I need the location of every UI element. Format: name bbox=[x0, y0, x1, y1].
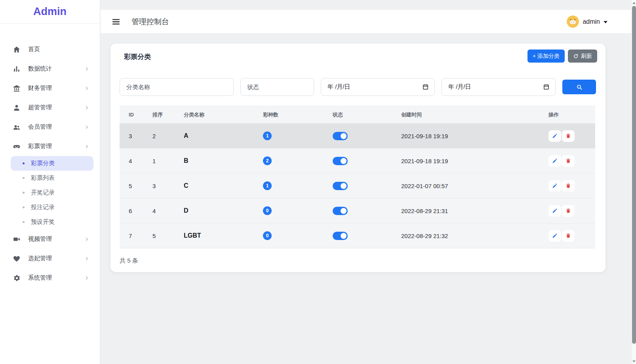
edit-button[interactable] bbox=[548, 155, 561, 167]
sidebar-subitem-3[interactable]: 开奖记录 bbox=[11, 185, 93, 200]
date-to-input[interactable]: 年 /月/日 bbox=[442, 78, 556, 96]
chevron-right-icon bbox=[84, 124, 89, 130]
vertical-scrollbar[interactable] bbox=[631, 0, 636, 364]
sidebar-subitem-2[interactable]: 彩票列表 bbox=[11, 171, 93, 185]
cell-created-at-value: 2021-09-18 19:19 bbox=[401, 133, 448, 139]
sidebar-item-4[interactable]: 超管管理 bbox=[0, 98, 100, 117]
sidebar-item-6[interactable]: 彩票管理 bbox=[0, 137, 100, 156]
status-toggle[interactable] bbox=[333, 207, 348, 215]
delete-button[interactable] bbox=[562, 155, 575, 167]
cell-created-at: 2021-09-18 19:19 bbox=[392, 158, 539, 164]
calendar-icon[interactable] bbox=[543, 84, 550, 90]
add-category-button[interactable]: + 添加分类 bbox=[527, 50, 565, 63]
sidebar-item-8[interactable]: 选妃管理 bbox=[0, 249, 100, 268]
status-input[interactable] bbox=[240, 78, 314, 96]
status-toggle[interactable] bbox=[333, 132, 348, 140]
cell-status bbox=[324, 182, 392, 190]
cell-created-at: 2021-09-18 19:19 bbox=[392, 133, 539, 139]
cell-name: A bbox=[175, 132, 254, 139]
column-header: 状态 bbox=[324, 111, 392, 118]
cell-id: 3 bbox=[120, 133, 143, 139]
cell-sort-value: 3 bbox=[152, 183, 156, 189]
cell-name: D bbox=[175, 207, 254, 214]
sidebar-item-9[interactable]: 系统管理 bbox=[0, 268, 100, 288]
sidebar-item-label: 超管管理 bbox=[28, 104, 52, 111]
cell-created-at-value: 2022-08-29 21:32 bbox=[401, 233, 448, 239]
delete-button[interactable] bbox=[562, 205, 575, 217]
count-badge: 0 bbox=[263, 206, 272, 215]
sidebar-item-label: 系统管理 bbox=[28, 274, 52, 282]
bullet-icon bbox=[23, 192, 25, 194]
scroll-down-arrow-icon[interactable] bbox=[632, 358, 636, 364]
sidebar-item-3[interactable]: 财务管理 bbox=[0, 78, 100, 98]
user-menu[interactable]: admin bbox=[567, 15, 607, 28]
cell-id: 6 bbox=[120, 208, 143, 214]
edit-button[interactable] bbox=[548, 205, 561, 217]
sidebar-item-1[interactable]: 首页 bbox=[0, 40, 100, 59]
refresh-button[interactable]: 刷新 bbox=[568, 50, 597, 63]
chevron-right-icon bbox=[84, 86, 89, 91]
calendar-icon[interactable] bbox=[422, 84, 429, 90]
users-icon bbox=[13, 123, 21, 131]
username-label: admin bbox=[583, 18, 600, 25]
cell-actions bbox=[539, 180, 595, 192]
delete-button[interactable] bbox=[562, 230, 575, 242]
cell-status bbox=[324, 207, 392, 215]
edit-button[interactable] bbox=[548, 130, 561, 142]
category-name-input[interactable] bbox=[120, 78, 234, 96]
table-row: 64D02022-08-29 21:31 bbox=[120, 198, 595, 223]
sidebar-subitem-label: 预设开奖 bbox=[31, 218, 55, 226]
sidebar-item-label: 彩票管理 bbox=[28, 143, 52, 150]
delete-button[interactable] bbox=[562, 180, 575, 192]
count-badge: 0 bbox=[263, 231, 272, 240]
search-button[interactable] bbox=[562, 80, 596, 94]
date-from-input[interactable]: 年 /月/日 bbox=[321, 78, 435, 96]
cell-lottery-count: 0 bbox=[254, 206, 324, 215]
date-to-value: 年 /月/日 bbox=[448, 83, 471, 91]
cell-id: 7 bbox=[120, 233, 143, 239]
row-actions bbox=[548, 205, 595, 217]
scroll-up-arrow-icon[interactable] bbox=[632, 0, 636, 6]
sidebar-item-7[interactable]: 视频管理 bbox=[0, 229, 100, 249]
sidebar-subitem-4[interactable]: 投注记录 bbox=[11, 200, 93, 215]
card-title: 彩票分类 bbox=[124, 52, 151, 61]
app-logo: Admin bbox=[0, 0, 100, 24]
edit-button[interactable] bbox=[548, 230, 561, 242]
cell-id-value: 5 bbox=[129, 183, 132, 189]
cell-actions bbox=[539, 205, 595, 217]
bank-icon bbox=[13, 84, 21, 92]
sidebar-subitem-label: 投注记录 bbox=[31, 204, 55, 211]
cell-sort: 4 bbox=[143, 208, 175, 214]
table-row: 53C12022-01-07 00:57 bbox=[120, 173, 595, 198]
edit-button[interactable] bbox=[548, 180, 561, 192]
chevron-right-icon bbox=[84, 105, 89, 111]
sidebar-subitem-1[interactable]: 彩票分类 bbox=[11, 156, 93, 171]
row-actions bbox=[548, 180, 595, 192]
sidebar-item-2[interactable]: 数据统计 bbox=[0, 59, 100, 78]
delete-button[interactable] bbox=[562, 130, 575, 142]
sidebar-subitem-label: 彩票分类 bbox=[31, 160, 55, 167]
cell-name-value: LGBT bbox=[184, 232, 201, 239]
status-toggle[interactable] bbox=[333, 182, 348, 190]
hamburger-menu-icon[interactable] bbox=[112, 17, 120, 26]
cell-sort-value: 1 bbox=[152, 158, 156, 164]
sidebar-item-5[interactable]: 会员管理 bbox=[0, 117, 100, 137]
count-badge: 1 bbox=[263, 131, 272, 140]
column-header: 操作 bbox=[539, 111, 595, 118]
chevron-right-icon bbox=[84, 144, 89, 149]
bar-chart-icon bbox=[13, 65, 21, 73]
sidebar-subitem-5[interactable]: 预设开奖 bbox=[11, 215, 93, 229]
bullet-icon bbox=[23, 221, 25, 223]
cell-created-at-value: 2021-09-18 19:19 bbox=[401, 158, 448, 164]
scrollbar-thumb[interactable] bbox=[632, 6, 636, 344]
column-header: 排序 bbox=[143, 111, 175, 118]
sidebar-subitem-label: 开奖记录 bbox=[31, 189, 55, 196]
user-icon bbox=[13, 104, 21, 112]
sidebar-subitem-label: 彩票列表 bbox=[31, 174, 55, 182]
chevron-down-icon bbox=[604, 21, 607, 23]
cell-status bbox=[324, 132, 392, 140]
cell-status bbox=[324, 232, 392, 240]
status-toggle[interactable] bbox=[333, 232, 348, 240]
cell-actions bbox=[539, 130, 595, 142]
status-toggle[interactable] bbox=[333, 157, 348, 165]
